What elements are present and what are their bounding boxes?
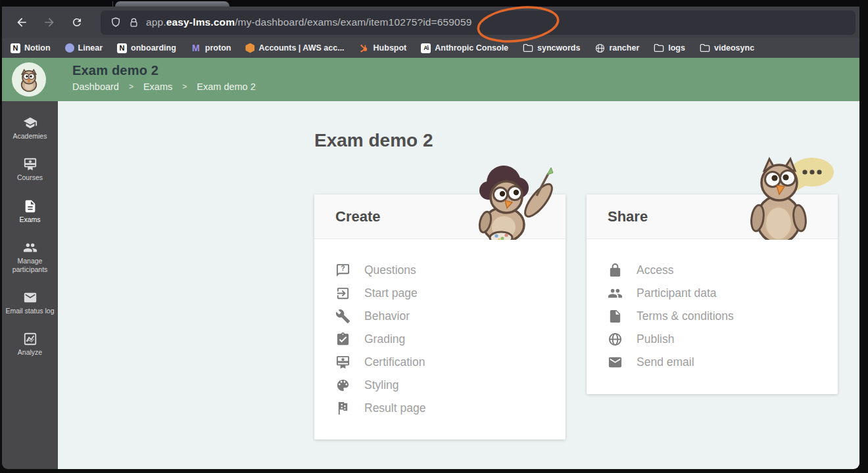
- certificate-icon: [23, 157, 37, 171]
- sidebar-item-exams[interactable]: Exams: [2, 199, 58, 223]
- sidebar-item-academies[interactable]: Academies: [2, 116, 58, 140]
- lock-icon: [129, 17, 139, 28]
- create-item-grading[interactable]: Grading: [335, 328, 566, 351]
- bookmark-aws-accounts[interactable]: Accounts | AWS acc...: [245, 43, 344, 53]
- bookmark-logs[interactable]: logs: [654, 43, 685, 53]
- breadcrumb-current: Exam demo 2: [197, 81, 255, 92]
- share-item-send-email[interactable]: Send email: [608, 351, 838, 374]
- create-item-behavior[interactable]: Behavior: [335, 305, 566, 328]
- create-item-result-page[interactable]: Result page: [335, 397, 566, 420]
- url-text: app.easy-lms.com/my-dashboard/exams/exam…: [146, 16, 471, 28]
- bookmark-label: Notion: [24, 43, 51, 53]
- share-item-participant-data[interactable]: Participant data: [608, 282, 838, 305]
- bookmark-videosync[interactable]: videosync: [700, 43, 754, 53]
- item-label: Certification: [364, 355, 425, 369]
- breadcrumb-dashboard[interactable]: Dashboard: [72, 81, 119, 92]
- bookmark-rancher[interactable]: rancher: [594, 43, 639, 53]
- question-bubble-icon: ?: [335, 263, 350, 278]
- bookmark-anthropic-console[interactable]: A\Anthropic Console: [421, 43, 508, 53]
- easy-lms-owl-logo[interactable]: [12, 62, 46, 97]
- item-label: Grading: [364, 332, 405, 346]
- bookmarks-bar: NNotion Linear Nonboarding Mproton Accou…: [2, 38, 859, 58]
- bookmark-proton[interactable]: Mproton: [191, 43, 231, 53]
- graduation-cap-icon: [23, 116, 37, 130]
- browser-tab[interactable]: [115, 1, 229, 7]
- sidebar-item-email-status-log[interactable]: Email status log: [2, 290, 58, 315]
- create-card: Create ? Questions Start page: [314, 194, 566, 439]
- anthropic-icon: A\: [421, 43, 431, 53]
- share-item-access[interactable]: Access: [608, 259, 838, 282]
- back-button[interactable]: [11, 12, 32, 33]
- create-card-title: Create: [335, 208, 380, 225]
- bookmark-label: Hubspot: [374, 43, 407, 53]
- lock-icon: [608, 263, 623, 278]
- item-label: Participant data: [637, 286, 717, 300]
- back-arrow-icon: [15, 16, 28, 29]
- create-item-start-page[interactable]: Start page: [335, 282, 566, 305]
- share-card-header: Share: [587, 194, 838, 239]
- envelope-icon: [608, 355, 623, 370]
- bookmark-label: Linear: [78, 43, 103, 53]
- sidebar-label: Analyze: [18, 348, 42, 356]
- share-item-publish[interactable]: Publish: [608, 328, 838, 351]
- enter-page-icon: [335, 286, 350, 301]
- sidebar-item-analyze[interactable]: Analyze: [2, 332, 58, 356]
- bookmark-onboarding[interactable]: Nonboarding: [117, 43, 176, 53]
- breadcrumb: Dashboard > Exams > Exam demo 2: [72, 81, 256, 92]
- create-item-certification[interactable]: Certification: [335, 351, 566, 374]
- folder-icon: [700, 43, 710, 53]
- forward-button[interactable]: [39, 12, 60, 33]
- breadcrumb-exams[interactable]: Exams: [143, 81, 172, 92]
- item-label: Access: [637, 263, 673, 277]
- main-content: Exam demo 2 Create ? Questions Start pag: [58, 101, 859, 469]
- create-item-styling[interactable]: Styling: [335, 374, 566, 397]
- sidebar-label: Exams: [19, 215, 40, 223]
- easy-lms-app: Exam demo 2 Dashboard > Exams > Exam dem…: [2, 58, 859, 469]
- browser-toolbar: app.easy-lms.com/my-dashboard/exams/exam…: [2, 7, 859, 38]
- url-bar[interactable]: app.easy-lms.com/my-dashboard/exams/exam…: [101, 11, 856, 35]
- bookmark-hubspot[interactable]: Hubspot: [359, 43, 407, 53]
- hubspot-icon: [359, 43, 370, 53]
- browser-window: app.easy-lms.com/my-dashboard/exams/exam…: [2, 0, 859, 469]
- globe-icon: [594, 43, 605, 53]
- create-item-questions[interactable]: ? Questions: [335, 259, 566, 282]
- item-label: Styling: [364, 378, 399, 392]
- create-card-header: Create: [314, 194, 566, 239]
- bookmark-syncwords[interactable]: syncwords: [523, 43, 580, 53]
- bookmark-notion[interactable]: NNotion: [11, 43, 51, 53]
- sidebar-label: Manage participants: [2, 257, 58, 273]
- folder-icon: [654, 43, 664, 53]
- forward-arrow-icon: [43, 16, 56, 29]
- proton-mail-icon: M: [191, 43, 201, 53]
- svg-text:?: ?: [341, 264, 345, 272]
- notion-icon: N: [117, 43, 127, 53]
- bookmark-label: syncwords: [537, 43, 580, 53]
- item-label: Start page: [364, 286, 418, 300]
- bookmark-label: proton: [205, 43, 231, 53]
- sidebar-item-courses[interactable]: Courses: [2, 157, 58, 181]
- chart-icon: [23, 332, 37, 346]
- item-label: Behavior: [364, 309, 410, 323]
- item-label: Send email: [637, 355, 694, 369]
- notion-icon: N: [11, 43, 20, 53]
- bookmark-label: Anthropic Console: [435, 43, 508, 53]
- chevron-right-icon: >: [182, 82, 187, 91]
- share-card: Share Access Participant data: [587, 194, 838, 394]
- tab-strip: [2, 0, 859, 7]
- folder-icon: [523, 43, 533, 53]
- item-label: Publish: [637, 332, 674, 346]
- item-label: Terms & conditions: [637, 309, 734, 323]
- clipboard-check-icon: [335, 332, 350, 347]
- sidebar-item-manage-participants[interactable]: Manage participants: [2, 240, 58, 273]
- share-item-terms-conditions[interactable]: Terms & conditions: [608, 305, 838, 328]
- reload-button[interactable]: [66, 12, 87, 33]
- sidebar-label: Academies: [13, 132, 47, 140]
- file-icon: [608, 309, 623, 324]
- owl-logo-icon: [16, 66, 42, 93]
- url-path: /my-dashboard/exams/exam/item10275?id=65…: [235, 16, 471, 28]
- bookmark-label: onboarding: [131, 43, 176, 53]
- url-prefix: app.: [146, 16, 166, 28]
- bookmark-label: logs: [668, 43, 685, 53]
- bookmark-linear[interactable]: Linear: [65, 43, 103, 53]
- linear-icon: [65, 43, 74, 53]
